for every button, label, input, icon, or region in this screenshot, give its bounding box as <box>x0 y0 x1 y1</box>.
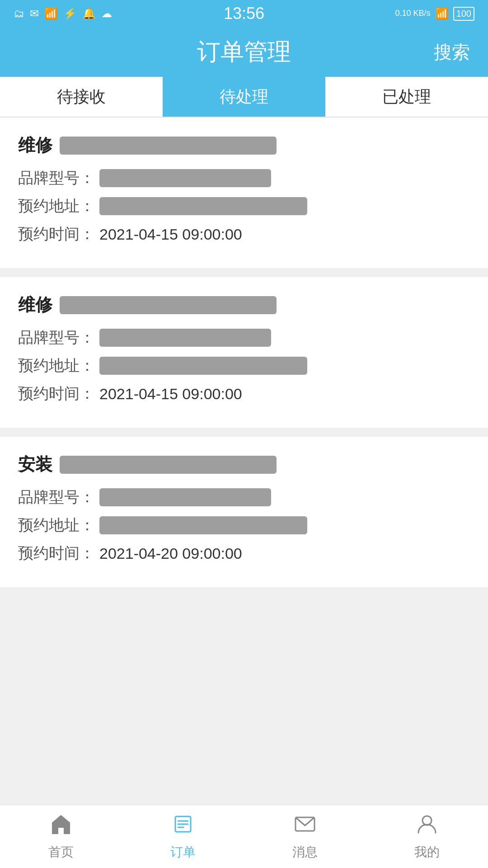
brand-value-redacted <box>99 488 271 506</box>
status-bar: 🗂 ✉ 📶 ⚡ 🔔 ☁ 13:56 0.10 KB/s 📶 100 <box>0 0 488 27</box>
order-title-redacted <box>60 296 277 314</box>
time-value: 2021-04-15 09:00:00 <box>99 226 242 243</box>
order-item[interactable]: 维修 品牌型号： 预约地址： 预约时间： 2021-04-15 09:00:00 <box>0 277 488 428</box>
bottom-nav: 首页 订单 消息 我的 <box>0 805 488 868</box>
address-value-redacted <box>99 516 307 534</box>
order-type-row: 维修 <box>18 293 470 316</box>
status-icons-right: 0.10 KB/s 📶 100 <box>395 7 474 21</box>
brand-label: 品牌型号： <box>18 327 95 348</box>
nav-item-mine[interactable]: 我的 <box>366 813 488 861</box>
usb-icon: ⚡ <box>63 7 77 20</box>
file-icon: 🗂 <box>14 7 24 20</box>
tab-processed[interactable]: 已处理 <box>325 77 488 117</box>
order-time-row: 预约时间： 2021-04-20 09:00:00 <box>18 543 470 564</box>
status-time: 13:56 <box>224 4 264 23</box>
order-item[interactable]: 维修 品牌型号： 预约地址： 预约时间： 2021-04-15 09:00:00 <box>0 118 488 268</box>
order-type-label: 安装 <box>18 453 52 476</box>
order-type-label: 维修 <box>18 293 52 316</box>
status-icons-left: 🗂 ✉ 📶 ⚡ 🔔 ☁ <box>14 7 112 20</box>
mail-icon: ✉ <box>30 7 39 20</box>
svg-point-5 <box>422 816 432 825</box>
order-time-row: 预约时间： 2021-04-15 09:00:00 <box>18 383 470 404</box>
battery-value: 100 <box>456 9 471 19</box>
address-label: 预约地址： <box>18 515 95 536</box>
time-label: 预约时间： <box>18 543 95 564</box>
order-type-row: 维修 <box>18 134 470 157</box>
cloud-icon: ☁ <box>101 7 112 20</box>
nav-item-message[interactable]: 消息 <box>244 813 366 861</box>
message-icon <box>294 813 316 841</box>
brand-label: 品牌型号： <box>18 487 95 508</box>
order-type-row: 安装 <box>18 453 470 476</box>
wifi-icon: 📶 <box>435 7 449 20</box>
signal-icon: 📶 <box>44 7 58 20</box>
search-button[interactable]: 搜索 <box>434 40 470 65</box>
nav-home-label: 首页 <box>48 844 74 861</box>
brand-label: 品牌型号： <box>18 168 95 189</box>
order-address-row: 预约地址： <box>18 355 470 376</box>
address-value-redacted <box>99 197 307 215</box>
order-address-row: 预约地址： <box>18 515 470 536</box>
order-brand-row: 品牌型号： <box>18 327 470 348</box>
order-list[interactable]: 维修 品牌型号： 预约地址： 预约时间： 2021-04-15 09:00:00… <box>0 118 488 805</box>
address-label: 预约地址： <box>18 355 95 376</box>
tab-pending-process[interactable]: 待处理 <box>163 77 325 117</box>
header: 订单管理 搜索 <box>0 27 488 77</box>
order-brand-row: 品牌型号： <box>18 168 470 189</box>
time-label: 预约时间： <box>18 224 95 245</box>
order-type-label: 维修 <box>18 134 52 157</box>
brand-value-redacted <box>99 329 271 347</box>
network-speed: 0.10 KB/s <box>395 9 431 19</box>
order-address-row: 预约地址： <box>18 196 470 217</box>
notification-icon: 🔔 <box>82 7 96 20</box>
time-value: 2021-04-15 09:00:00 <box>99 385 242 403</box>
nav-item-order[interactable]: 订单 <box>122 813 244 861</box>
nav-item-home[interactable]: 首页 <box>0 813 122 861</box>
brand-value-redacted <box>99 169 271 187</box>
time-value: 2021-04-20 09:00:00 <box>99 545 242 562</box>
user-icon <box>416 813 438 841</box>
tab-bar: 待接收 待处理 已处理 <box>0 77 488 118</box>
time-label: 预约时间： <box>18 383 95 404</box>
nav-message-label: 消息 <box>292 844 318 861</box>
order-title-redacted <box>60 137 277 155</box>
battery-indicator: 100 <box>453 7 474 21</box>
order-icon <box>172 813 194 841</box>
address-label: 预约地址： <box>18 196 95 217</box>
home-icon <box>50 813 72 841</box>
address-value-redacted <box>99 357 307 375</box>
order-time-row: 预约时间： 2021-04-15 09:00:00 <box>18 224 470 245</box>
nav-order-label: 订单 <box>170 844 196 861</box>
nav-mine-label: 我的 <box>414 844 440 861</box>
page-title: 订单管理 <box>197 36 291 68</box>
order-item[interactable]: 安装 品牌型号： 预约地址： 预约时间： 2021-04-20 09:00:00 <box>0 437 488 587</box>
order-brand-row: 品牌型号： <box>18 487 470 508</box>
tab-pending-receive[interactable]: 待接收 <box>0 77 163 117</box>
order-title-redacted <box>60 456 277 474</box>
